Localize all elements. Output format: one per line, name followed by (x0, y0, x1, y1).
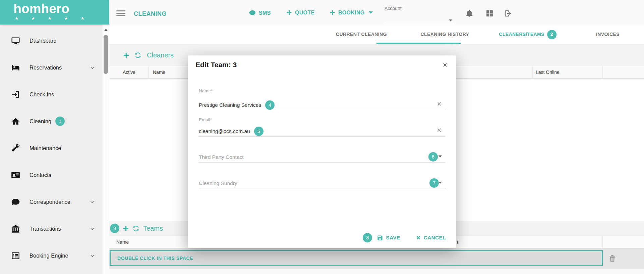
menu-icon[interactable] (116, 10, 125, 16)
scrollbar-thumb[interactable] (104, 35, 108, 74)
sidebar-item-correspondence[interactable]: Correspondence (0, 188, 109, 215)
add-team-button[interactable] (122, 225, 129, 232)
apps-grid-icon (485, 9, 494, 17)
save-icon (377, 235, 383, 241)
column-header-name[interactable]: Name (116, 236, 129, 248)
cancel-x-icon (416, 235, 421, 240)
chevron-down-icon (449, 19, 452, 21)
sidebar-item-maintenance[interactable]: Maintenance (0, 135, 109, 162)
tab-current-cleaning[interactable]: CURRENT CLEANING (336, 25, 387, 44)
edit-team-modal: Edit Team: 3 Name* Prestige Cleaning Ser… (188, 55, 456, 248)
chevron-down-icon[interactable] (438, 182, 442, 184)
step-badge-8: 8 (363, 233, 372, 242)
cleaning-sundry-select[interactable]: Cleaning Sundry (199, 180, 237, 186)
double-click-row[interactable]: DOUBLE CLICK IN THIS SPACE (110, 250, 603, 266)
wrench-icon (11, 144, 20, 153)
step-badge-4: 4 (265, 100, 275, 110)
signout-button[interactable] (504, 9, 513, 18)
tab-count-badge: 2 (547, 30, 557, 39)
teams-step-badge: 3 (110, 224, 119, 233)
tabs-row: CURRENT CLEANING CLEANING HISTORY CLEANE… (109, 25, 644, 44)
trash-icon (608, 254, 617, 263)
active-tab-indicator (376, 43, 461, 44)
chevron-down-icon (90, 65, 95, 71)
refresh-teams-button[interactable] (132, 225, 139, 232)
app-root: { "brand": { "logo": "homhero", "stars":… (0, 0, 644, 274)
dashboard-icon (11, 36, 20, 45)
tab-cleaners-teams[interactable]: CLEANERS/TEAMS 2 (499, 25, 557, 44)
save-button[interactable]: SAVE (377, 235, 400, 241)
logo-stars: ★★★★★ (15, 16, 84, 21)
sidebar-item-check-ins[interactable]: Check Ins (0, 81, 109, 108)
contacts-card-icon (11, 171, 20, 180)
booking-button[interactable]: BOOKING (329, 9, 373, 16)
email-field-label: Email* (199, 117, 212, 122)
cleaning-count-badge: 1 (55, 117, 65, 126)
close-icon (442, 62, 448, 68)
clear-icon (436, 127, 442, 133)
add-cleaner-button[interactable] (123, 52, 130, 59)
notifications-button[interactable] (465, 9, 474, 18)
chevron-down-icon (90, 199, 95, 205)
bell-icon (465, 9, 474, 18)
column-header-name[interactable]: Name (153, 66, 165, 79)
chevron-down-icon (90, 253, 95, 259)
sidebar-item-transactions[interactable]: Transactions (0, 215, 109, 242)
scroll-up-arrow-icon[interactable] (104, 29, 108, 31)
clear-icon (436, 101, 442, 107)
column-header-active[interactable]: Active (123, 66, 135, 79)
step-badge-6: 6 (428, 152, 438, 162)
chevron-down-icon[interactable] (438, 155, 442, 157)
modal-footer: 8 SAVE CANCEL (188, 232, 446, 243)
delete-team-button[interactable] (608, 254, 617, 263)
logo-text: homhero (13, 1, 69, 16)
email-field-input[interactable]: cleaning@pcs.com.au 5 (199, 127, 264, 136)
account-label: Account: (385, 6, 403, 11)
sidebar-item-contacts[interactable]: Contacts (0, 162, 109, 188)
sidebar: Dashboard Reservations Check Ins Cleanin… (0, 25, 109, 274)
teams-section-title: Teams (143, 225, 163, 232)
tab-cleaning-history[interactable]: CLEANING HISTORY (421, 25, 469, 44)
step-badge-5: 5 (254, 127, 264, 136)
signout-icon (504, 9, 513, 18)
step-badge-7: 7 (429, 178, 439, 188)
sms-button[interactable]: SMS (249, 9, 271, 17)
account-select[interactable] (384, 13, 455, 24)
bed-icon (11, 63, 20, 72)
plus-icon (286, 9, 292, 16)
chevron-down-icon (369, 11, 373, 14)
third-party-contact-select[interactable]: Third Party Contact (199, 154, 244, 160)
teams-table-row: DOUBLE CLICK IN THIS SPACE (109, 248, 644, 269)
refresh-cleaners-button[interactable] (134, 52, 141, 59)
tab-invoices[interactable]: INVOICES (596, 25, 620, 44)
comment-icon (11, 197, 20, 207)
page-title: CLEANING (134, 10, 167, 17)
cancel-button[interactable]: CANCEL (416, 235, 446, 241)
modal-close-button[interactable] (442, 62, 448, 68)
clear-name-button[interactable] (436, 101, 442, 107)
cleaners-section-title: Cleaners (147, 51, 174, 59)
sms-icon (249, 9, 256, 17)
name-field-label: Name* (199, 88, 213, 93)
sidebar-item-dashboard[interactable]: Dashboard (0, 27, 109, 54)
checkin-icon (11, 90, 20, 99)
chevron-down-icon (90, 226, 95, 232)
sidebar-scrollbar[interactable] (103, 25, 109, 274)
plus-icon (329, 9, 336, 16)
sidebar-item-cleaning[interactable]: Cleaning 1 (0, 108, 109, 135)
quote-button[interactable]: QUOTE (286, 9, 314, 16)
sidebar-item-booking-engine[interactable]: Booking Engine (0, 242, 109, 269)
bank-icon (11, 224, 20, 233)
booking-engine-icon (11, 251, 20, 260)
logo: homhero ★★★★★ (0, 0, 109, 25)
column-header-partial: t (457, 236, 458, 248)
apps-button[interactable] (485, 9, 494, 17)
sidebar-item-reservations[interactable]: Reservations (0, 54, 109, 81)
name-field-input[interactable]: Prestige Cleaning Services 4 (199, 100, 275, 110)
clear-email-button[interactable] (436, 127, 442, 133)
column-header-last-online[interactable]: Last Online (536, 66, 560, 79)
home-icon (11, 117, 20, 126)
modal-title: Edit Team: 3 (195, 61, 237, 69)
